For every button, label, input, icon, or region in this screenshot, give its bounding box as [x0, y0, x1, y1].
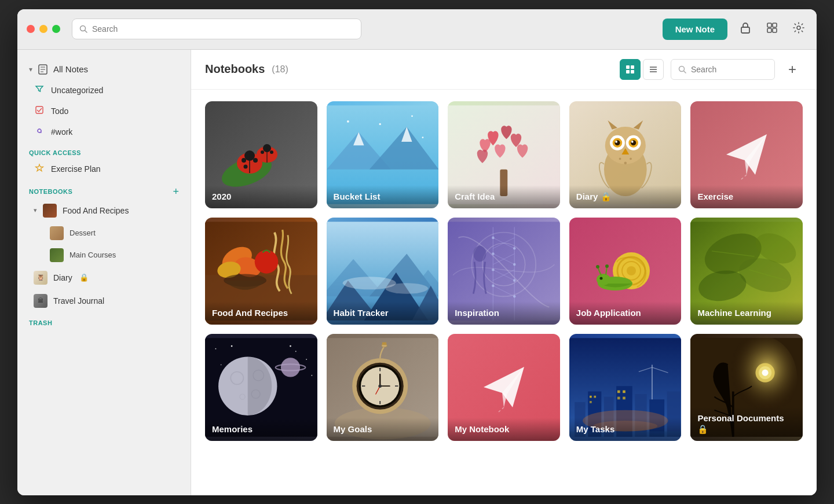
card-label-personal-documents: Personal Documents 🔒	[690, 407, 803, 441]
notebooks-search-icon	[678, 65, 686, 73]
title-bar: New Note	[17, 9, 817, 50]
svg-point-35	[270, 150, 273, 154]
notebook-card-my-notebook[interactable]: My Notebook	[448, 334, 560, 441]
svg-point-126	[221, 364, 222, 365]
minimize-button[interactable]	[39, 25, 47, 33]
svg-point-63	[624, 161, 627, 164]
card-label-diary: Diary 🔒	[569, 185, 682, 208]
main-courses-label: Main Courses	[70, 251, 116, 259]
gear-icon	[792, 21, 805, 34]
sidebar-item-exercise-plan[interactable]: Exercise Plan	[22, 159, 186, 179]
notebook-card-craft-idea[interactable]: Craft Idea	[448, 101, 560, 208]
close-button[interactable]	[27, 25, 35, 33]
svg-point-98	[492, 268, 495, 271]
svg-rect-162	[594, 395, 596, 398]
notebook-card-memories[interactable]: Memories	[205, 334, 317, 441]
svg-point-57	[614, 140, 620, 145]
windows-icon-button[interactable]	[763, 19, 781, 39]
notebooks-search-input[interactable]	[691, 65, 760, 74]
svg-point-179	[762, 369, 769, 376]
svg-marker-14	[36, 164, 43, 171]
notebook-card-job-application[interactable]: Job Application	[569, 218, 682, 325]
sidebar-item-food-recipes[interactable]: ▾ Food And Recipes	[22, 199, 186, 222]
new-note-button[interactable]: New Note	[663, 19, 727, 40]
svg-point-94	[492, 236, 495, 239]
svg-line-23	[684, 71, 686, 73]
svg-rect-2	[741, 27, 749, 33]
list-view-button[interactable]	[643, 59, 664, 80]
notebook-card-personal-documents[interactable]: Personal Documents 🔒	[690, 334, 803, 441]
svg-point-128	[311, 374, 312, 376]
add-notebook-button[interactable]: +	[173, 186, 179, 197]
sidebar-item-travel-journal[interactable]: 🏛 Travel Journal	[22, 289, 186, 312]
travel-journal-label: Travel Journal	[53, 296, 104, 306]
svg-point-96	[492, 252, 495, 255]
all-notes-toggle[interactable]: ▾ All Notes	[17, 59, 191, 80]
sidebar-item-main-courses[interactable]: Main Courses	[22, 244, 186, 266]
notebook-card-diary[interactable]: Diary 🔒	[569, 101, 682, 208]
notebook-card-my-tasks[interactable]: My Tasks	[569, 334, 682, 441]
notebook-card-machine-learning[interactable]: Machine Learning	[690, 218, 803, 325]
notebook-card-exercise[interactable]: Exercise	[690, 101, 803, 208]
diary-thumb: 🦉	[34, 271, 47, 285]
work-label: #work	[51, 127, 72, 137]
sidebar-item-dessert[interactable]: Dessert	[22, 222, 186, 244]
grid-view-button[interactable]	[620, 59, 641, 80]
add-notebook-header-button[interactable]: +	[782, 59, 803, 80]
svg-line-110	[606, 267, 607, 275]
card-label-machine-learning: Machine Learning	[690, 301, 803, 325]
svg-line-1	[85, 31, 87, 33]
notebook-card-food-recipes[interactable]: Food And Recipes	[205, 218, 317, 325]
sidebar-item-diary[interactable]: 🦉 Diary 🔒	[22, 266, 186, 289]
main-content: ▾ All Notes Uncategorized T	[17, 50, 817, 495]
svg-point-59	[615, 141, 617, 143]
dessert-thumb	[50, 226, 64, 240]
card-label-inspiration: Inspiration	[448, 301, 560, 325]
svg-point-99	[513, 279, 516, 282]
svg-rect-16	[631, 65, 634, 69]
lock-icon-button[interactable]	[737, 19, 754, 39]
svg-point-43	[379, 123, 381, 124]
notebook-icon	[37, 64, 49, 75]
svg-rect-15	[626, 65, 630, 69]
maximize-button[interactable]	[52, 25, 60, 33]
svg-point-62	[619, 157, 621, 160]
personal-lock-icon: 🔒	[697, 424, 708, 434]
svg-line-109	[598, 267, 601, 275]
svg-point-41	[347, 120, 349, 123]
card-label-memories: Memories	[205, 418, 317, 441]
svg-point-134	[281, 358, 300, 377]
notebook-card-2020[interactable]: 2020	[205, 101, 317, 208]
at-icon	[34, 126, 45, 138]
notebooks-search[interactable]	[671, 59, 775, 80]
card-label-my-goals: My Goals	[327, 418, 439, 441]
svg-point-71	[255, 250, 279, 274]
svg-point-29	[253, 158, 258, 163]
food-recipes-chevron: ▾	[34, 207, 37, 214]
notebooks-count: (18)	[272, 64, 288, 75]
sidebar-item-todo[interactable]: Todo	[22, 101, 186, 122]
notebooks-area: Notebooks (18)	[191, 50, 817, 495]
food-recipes-thumb	[43, 204, 57, 218]
svg-point-101	[513, 295, 516, 297]
uncategorized-label: Uncategorized	[51, 86, 103, 95]
notebook-card-inspiration[interactable]: Inspiration	[448, 218, 560, 325]
exercise-plan-label: Exercise Plan	[51, 164, 101, 174]
svg-point-112	[605, 264, 609, 268]
svg-point-7	[797, 26, 800, 30]
svg-rect-164	[617, 390, 620, 393]
notebook-card-habit-tracker[interactable]: Habit Tracker	[327, 218, 439, 325]
sidebar-item-work[interactable]: #work	[22, 122, 186, 142]
svg-point-28	[242, 158, 246, 163]
notebooks-grid: 2020	[191, 90, 817, 495]
settings-icon-button[interactable]	[790, 19, 807, 39]
sidebar-item-uncategorized[interactable]: Uncategorized	[22, 80, 186, 101]
notebook-card-bucket-list[interactable]: Bucket List	[327, 101, 439, 208]
svg-rect-6	[773, 28, 777, 32]
trash-label: TRASH	[17, 312, 191, 329]
global-search-bar[interactable]	[72, 19, 361, 39]
svg-point-42	[411, 115, 413, 117]
global-search-input[interactable]	[92, 24, 354, 34]
notebooks-title: Notebooks	[205, 62, 265, 76]
notebook-card-my-goals[interactable]: My Goals	[327, 334, 439, 441]
